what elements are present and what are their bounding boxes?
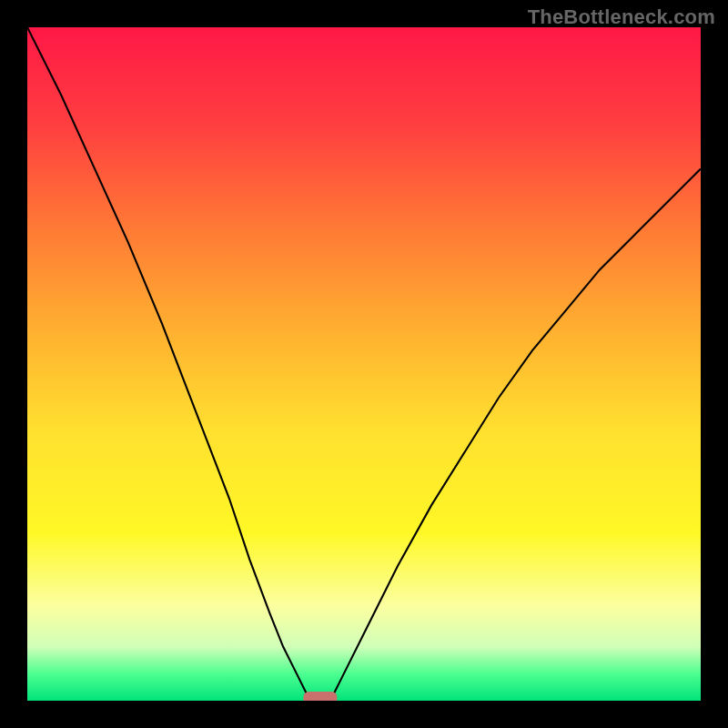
minimum-marker: [303, 692, 337, 701]
chart-frame: TheBottleneck.com: [0, 0, 728, 728]
watermark-text: TheBottleneck.com: [528, 5, 715, 29]
curve-layer: [27, 27, 701, 701]
curve-right-branch: [330, 168, 701, 701]
plot-area: [27, 27, 701, 701]
curve-left-branch: [27, 27, 310, 701]
